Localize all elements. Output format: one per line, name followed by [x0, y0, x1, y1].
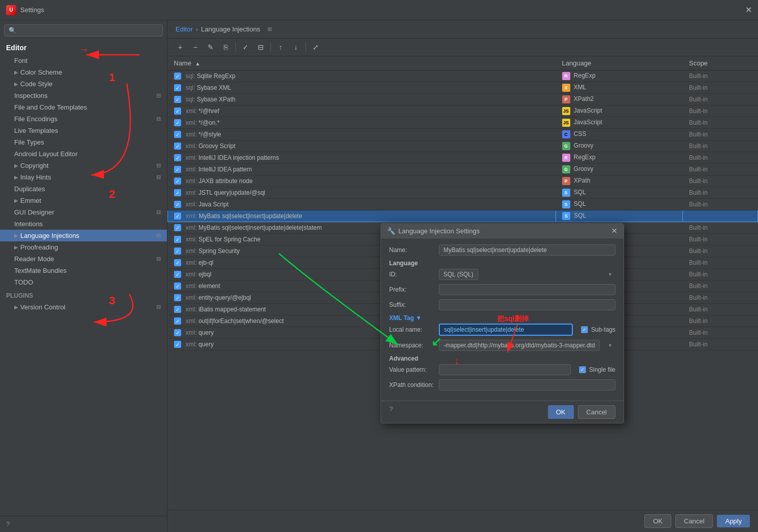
table-row[interactable]: ✓ xml: */@href JS JavaScript Built-in: [168, 105, 758, 117]
sidebar-item-language-injections[interactable]: ▶ Language Injections ⊟: [0, 230, 167, 241]
row-checkbox[interactable]: ✓: [174, 341, 181, 348]
sidebar-item-duplicates[interactable]: Duplicates: [0, 183, 167, 195]
help-icon[interactable]: ?: [6, 520, 10, 528]
namespace-select[interactable]: -mapper.dtd|http://mybatis.org/dtd/mybat…: [439, 340, 600, 351]
chevron-icon: ▶: [14, 233, 18, 238]
suffix-input[interactable]: [439, 299, 615, 310]
row-checkbox[interactable]: ✓: [174, 259, 181, 266]
sidebar-item-editor[interactable]: Editor: [0, 41, 167, 55]
sidebar-item-emmet[interactable]: ▶ Emmet: [0, 195, 167, 206]
check-button[interactable]: ✓: [239, 42, 252, 53]
table-cell-scope: Built-in: [683, 315, 758, 327]
sidebar-item-version-control[interactable]: ▶ Version Control ⊟: [0, 301, 167, 313]
row-checkbox[interactable]: ✓: [174, 154, 181, 161]
sidebar-item-proofreading[interactable]: ▶ Proofreading: [0, 241, 167, 253]
copy-button[interactable]: ⎘: [219, 42, 232, 53]
row-checkbox[interactable]: ✓: [174, 96, 181, 103]
name-input[interactable]: [439, 244, 615, 256]
table-row[interactable]: ✓ xml: MyBatis sql|select|insert|update|…: [168, 210, 758, 222]
sidebar-item-intentions[interactable]: Intentions: [0, 218, 167, 230]
row-checkbox[interactable]: ✓: [174, 224, 181, 231]
sidebar-item-android-layout[interactable]: Android Layout Editor: [0, 148, 167, 160]
sidebar-item-todo[interactable]: TODO: [0, 276, 167, 288]
uncheck-button[interactable]: ⊟: [254, 42, 267, 53]
table-row[interactable]: ✓ xml: JAXB attribute node P XPath Built…: [168, 175, 758, 187]
sidebar-item-color-scheme[interactable]: ▶ Color Scheme: [0, 66, 167, 78]
breadcrumb-parent[interactable]: Editor: [176, 25, 193, 33]
row-checkbox[interactable]: ✓: [174, 143, 181, 150]
xpath-condition-input[interactable]: [439, 379, 615, 391]
sidebar-item-file-types[interactable]: File Types: [0, 136, 167, 148]
sidebar-item-inlay-hints[interactable]: ▶ Inlay Hints ⊟: [0, 171, 167, 183]
row-checkbox[interactable]: ✓: [174, 73, 181, 80]
sidebar-item-file-code-templates[interactable]: File and Code Templates: [0, 101, 167, 113]
table-row[interactable]: ✓ sql: Sqlite RegExp R RegExp Built-in: [168, 70, 758, 82]
dialog-close-button[interactable]: ✕: [611, 227, 617, 235]
local-name-input[interactable]: [439, 324, 573, 336]
table-row[interactable]: ✓ xml: Java Script S SQL Built-in: [168, 199, 758, 210]
sidebar-item-reader-mode[interactable]: Reader Mode ⊟: [0, 253, 167, 265]
expand-button[interactable]: ⤢: [309, 42, 322, 53]
value-pattern-input[interactable]: [439, 364, 571, 375]
prefix-input[interactable]: [439, 284, 615, 295]
row-checkbox[interactable]: ✓: [174, 306, 181, 313]
row-checkbox[interactable]: ✓: [174, 329, 181, 336]
row-checkbox[interactable]: ✓: [174, 131, 181, 138]
sidebar-item-code-style[interactable]: ▶ Code Style: [0, 78, 167, 90]
row-checkbox[interactable]: ✓: [174, 189, 181, 196]
col-name-header[interactable]: Name ▲: [168, 56, 556, 70]
table-row[interactable]: ✓ xml: Groovy Script G Groovy Built-in: [168, 140, 758, 152]
row-checkbox[interactable]: ✓: [174, 166, 181, 173]
table-row[interactable]: ✓ xml: IntelliJ IDEA injection patterns …: [168, 152, 758, 164]
ok-button[interactable]: OK: [644, 514, 671, 528]
row-checkbox[interactable]: ✓: [174, 282, 181, 290]
window-close-button[interactable]: ✕: [745, 6, 752, 14]
edit-button[interactable]: ✎: [204, 42, 217, 53]
row-checkbox[interactable]: ✓: [174, 84, 181, 91]
sidebar-item-copyright[interactable]: ▶ Copyright ⊟: [0, 160, 167, 171]
row-checkbox[interactable]: ✓: [174, 247, 181, 255]
sub-tags-checkbox[interactable]: ✓: [581, 326, 588, 333]
table-row[interactable]: ✓ xml: */@on.* JS JavaScript Built-in: [168, 117, 758, 129]
row-checkbox[interactable]: ✓: [174, 317, 181, 325]
cancel-button[interactable]: Cancel: [675, 514, 713, 528]
table-row[interactable]: ✓ xml: JSTL query|update/@sql S SQL Buil…: [168, 187, 758, 199]
move-down-button[interactable]: ↓: [289, 42, 302, 53]
col-language-header[interactable]: Language: [556, 56, 683, 70]
table-row[interactable]: ✓ sql: Sybase XPath P XPath2 Built-in: [168, 94, 758, 105]
row-checkbox[interactable]: ✓: [174, 119, 181, 126]
apply-button[interactable]: Apply: [717, 515, 750, 527]
col-scope-header[interactable]: Scope: [683, 56, 758, 70]
remove-button[interactable]: −: [189, 42, 202, 53]
row-checkbox[interactable]: ✓: [174, 271, 181, 278]
table-row[interactable]: ✓ sql: Sybase XML X XML Built-in: [168, 82, 758, 94]
sidebar-item-font[interactable]: Font: [0, 55, 167, 66]
row-checkbox[interactable]: ✓: [174, 212, 181, 220]
sidebar-item-textmate-bundles[interactable]: TextMate Bundles: [0, 265, 167, 276]
single-file-checkbox[interactable]: ✓: [579, 366, 586, 373]
xml-tag-section-header[interactable]: XML Tag ▼: [389, 314, 615, 322]
row-checkbox[interactable]: ✓: [174, 201, 181, 208]
add-button[interactable]: +: [174, 42, 187, 53]
language-injection-settings-dialog[interactable]: 🔧 Language Injection Settings ✕ Name: La…: [381, 223, 624, 423]
table-row[interactable]: ✓ xml: IntelliJ IDEA pattern G Groovy Bu…: [168, 164, 758, 175]
table-row[interactable]: ✓ xml: */@style C CSS Built-in: [168, 129, 758, 140]
dialog-ok-button[interactable]: OK: [548, 405, 574, 419]
sidebar-item-file-encodings[interactable]: File Encodings ⊟: [0, 113, 167, 125]
dialog-help-icon[interactable]: ?: [389, 405, 393, 419]
sidebar-item-live-templates[interactable]: Live Templates: [0, 125, 167, 136]
row-checkbox[interactable]: ✓: [174, 236, 181, 243]
move-up-button[interactable]: ↑: [274, 42, 287, 53]
dialog-cancel-button[interactable]: Cancel: [578, 405, 615, 419]
search-input[interactable]: [19, 27, 158, 34]
table-cell-scope: Built-in: [683, 164, 758, 175]
sidebar-item-gui-designer[interactable]: GUI Designer ⊟: [0, 206, 167, 218]
row-checkbox[interactable]: ✓: [174, 294, 181, 301]
row-checkbox[interactable]: ✓: [174, 178, 181, 185]
search-box[interactable]: 🔍: [4, 24, 163, 37]
id-select[interactable]: SQL (SQL): [439, 269, 478, 280]
badge-icon: ⊟: [156, 304, 161, 310]
table-cell-language: R RegExp: [556, 152, 683, 164]
sidebar-item-inspections[interactable]: Inspections ⊟: [0, 90, 167, 101]
row-checkbox[interactable]: ✓: [174, 108, 181, 115]
